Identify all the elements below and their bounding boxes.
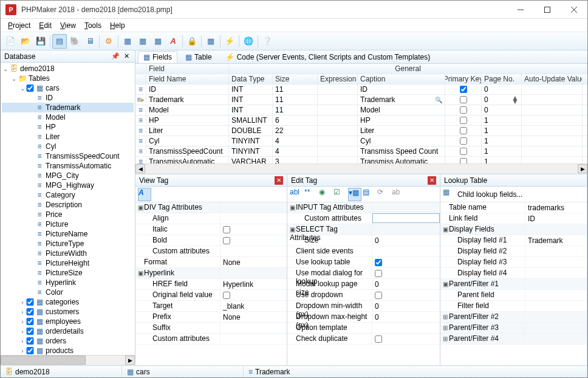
edit-type-hidden-button[interactable]: ab xyxy=(392,188,405,201)
child-lookup-label[interactable]: Child lookup fields... xyxy=(457,190,522,199)
database-tree[interactable]: ⌄🗄demo2018⌄📁Tables⌄▦cars≡ID≡Trademark≡Mo… xyxy=(1,63,135,355)
tree-row[interactable]: ≡TransmissSpeedCount xyxy=(2,151,134,161)
prop-ddmin-value[interactable]: 0 xyxy=(372,301,440,311)
maximize-button[interactable] xyxy=(534,1,561,18)
prop-opt-value[interactable] xyxy=(372,323,440,333)
tree-twisty[interactable]: › xyxy=(19,338,26,345)
prop-align-value[interactable] xyxy=(220,213,287,224)
menu-project[interactable]: Project xyxy=(4,20,34,31)
tree-row[interactable]: ≡PictureName xyxy=(2,229,134,239)
run-button[interactable]: ⚡ xyxy=(222,34,237,49)
edit-tag-close-button[interactable]: ✕ xyxy=(428,176,436,185)
tab-fields[interactable]: ▦ Fields xyxy=(138,51,177,63)
tree-twisty[interactable]: ⌄ xyxy=(2,66,9,72)
grid-pk-checkbox[interactable] xyxy=(460,86,467,93)
table-edit-button[interactable]: ▦ xyxy=(135,34,150,49)
prop-href-value[interactable]: Hyperlink xyxy=(220,279,287,289)
tree-row[interactable]: ›▦orderdetails xyxy=(2,326,134,336)
prop-df4-value[interactable] xyxy=(525,268,587,278)
prop-cdup-checkbox[interactable] xyxy=(375,335,382,343)
grid-row[interactable]: ≡HPSMALLINT6HP1 xyxy=(135,115,587,126)
tree-row[interactable]: ≡Model xyxy=(2,112,134,122)
gen-button[interactable]: ⚙ xyxy=(101,34,116,49)
tree-row[interactable]: ≡PictureType xyxy=(2,239,134,249)
grid-row[interactable]: ≡IDINT11ID0 xyxy=(135,84,587,95)
prop-modal-checkbox[interactable] xyxy=(375,270,382,277)
prop-custom2-value[interactable] xyxy=(220,334,287,344)
tree-row[interactable]: ≡Cyl xyxy=(2,142,134,151)
edit-type-text-button[interactable]: abl xyxy=(290,188,303,201)
edit-type-checkbox-button[interactable]: ☑ xyxy=(333,188,347,201)
table-create-button[interactable]: ▦ xyxy=(120,34,135,49)
grid-hscrollbar[interactable]: ◀ ▶ xyxy=(135,163,587,174)
tree-row[interactable]: ≡Color xyxy=(2,287,134,297)
tree-checkbox[interactable] xyxy=(26,308,34,315)
prop-df2-value[interactable] xyxy=(525,246,587,256)
prop-custom-value[interactable] xyxy=(220,246,287,256)
grid-row[interactable]: ≡▸TrademarkINT11Trademark🔍0▲▼ xyxy=(135,95,587,105)
tree-row[interactable]: ≡PictureWidth xyxy=(2,249,134,258)
tree-checkbox[interactable] xyxy=(26,347,34,354)
tree-twisty[interactable]: ⌄ xyxy=(19,85,26,92)
grid-row[interactable]: ≡CylTINYINT4Cyl1 xyxy=(135,136,587,146)
menu-tools[interactable]: Tools xyxy=(81,20,105,31)
php-button[interactable]: 🐘 xyxy=(67,34,82,49)
grid-pk-checkbox[interactable] xyxy=(460,148,467,155)
tree-row[interactable]: ≡Trademark xyxy=(2,103,134,112)
grid-pk-checkbox[interactable] xyxy=(460,137,467,145)
tree-row[interactable]: ⌄🗄demo2018 xyxy=(2,64,134,74)
prop-cse-value[interactable] xyxy=(372,246,440,256)
tree-twisty[interactable]: › xyxy=(19,328,26,335)
prop-prefix-value[interactable]: None xyxy=(220,312,287,322)
tree-row[interactable]: ≡Hyperlink xyxy=(2,278,134,287)
prop-ffield-value[interactable] xyxy=(525,301,587,311)
edit-type-password-button[interactable]: ** xyxy=(304,188,318,201)
grid-pk-checkbox[interactable] xyxy=(460,106,467,114)
edit-type-textarea-button[interactable]: ▤ xyxy=(363,188,376,201)
prop-tname-value[interactable]: trademarks xyxy=(525,202,587,213)
tree-twisty[interactable]: › xyxy=(19,299,26,306)
grid-pk-checkbox[interactable] xyxy=(460,96,467,103)
prop-size-value[interactable]: 0 xyxy=(372,235,440,246)
save-button[interactable]: 💾 xyxy=(33,34,48,49)
prop-df1-value[interactable]: Trademark xyxy=(525,235,587,246)
tree-row[interactable]: ≡MPG_City xyxy=(2,171,134,180)
prop-italic-checkbox[interactable] xyxy=(223,226,230,233)
tree-checkbox[interactable] xyxy=(26,337,34,345)
menu-edit[interactable]: Edit xyxy=(35,20,55,31)
tree-row[interactable]: ›▦products xyxy=(2,346,134,355)
tree-checkbox[interactable] xyxy=(26,328,34,335)
scroll-left-arrow[interactable]: ◀ xyxy=(135,164,145,173)
tree-twisty[interactable]: › xyxy=(19,348,26,354)
tree-row[interactable]: ⌄📁Tables xyxy=(2,74,134,83)
scrollbar-thumb[interactable] xyxy=(1,356,86,365)
tree-row[interactable]: ≡TransmissAutomatic xyxy=(2,161,134,171)
new-button[interactable]: 📄 xyxy=(3,34,18,49)
tree-row[interactable]: ≡Description xyxy=(2,200,134,210)
tree-hscrollbar[interactable]: ▶ xyxy=(1,355,135,365)
grid-row[interactable]: ≡ModelINT11Model0 xyxy=(135,105,587,115)
view-format-text-button[interactable]: A xyxy=(138,188,151,201)
tree-row[interactable]: ≡Category xyxy=(2,190,134,200)
export-button[interactable]: ▦ xyxy=(203,34,218,49)
prop-df3-value[interactable] xyxy=(525,257,587,267)
prop-udd-checkbox[interactable] xyxy=(375,292,382,299)
prop-bold-checkbox[interactable] xyxy=(223,237,230,244)
html-button[interactable]: 🖥 xyxy=(83,34,97,49)
browse-button[interactable]: 🌐 xyxy=(241,34,256,49)
prop-suffix-value[interactable] xyxy=(220,323,287,333)
grid-row[interactable]: ≡LiterDOUBLE22Liter1 xyxy=(135,126,587,136)
prop-lfield-value[interactable]: ID xyxy=(525,213,587,224)
close-button[interactable] xyxy=(561,1,587,18)
db-button[interactable]: ▤ xyxy=(52,34,67,49)
open-button[interactable]: 📂 xyxy=(18,34,33,49)
pin-button[interactable]: 📌 xyxy=(111,52,120,61)
tree-row[interactable]: ›▦categories xyxy=(2,297,134,307)
prop-target-value[interactable]: _blank xyxy=(220,301,287,311)
tree-row[interactable]: ≡ID xyxy=(2,93,134,103)
menu-view[interactable]: View xyxy=(56,20,80,31)
scroll-right-arrow[interactable]: ▶ xyxy=(578,164,587,173)
minimize-button[interactable] xyxy=(507,1,534,18)
tree-row[interactable]: ›▦customers xyxy=(2,307,134,317)
tree-row[interactable]: ⌄▦cars xyxy=(2,83,134,93)
